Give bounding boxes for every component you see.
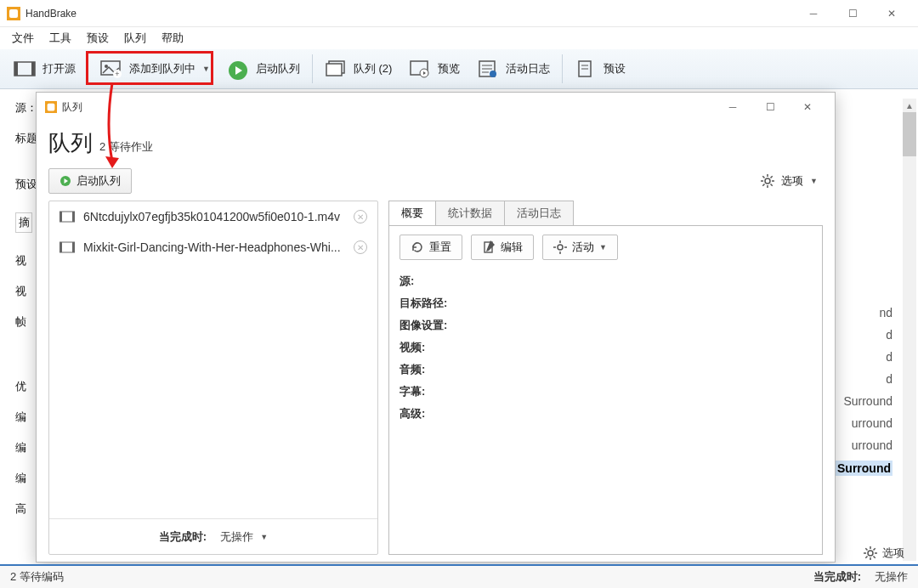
scroll-up-icon[interactable]: ▲ <box>903 99 916 112</box>
activity-log-label: 活动日志 <box>506 61 550 76</box>
status-right: 当完成时: 无操作 <box>813 569 908 585</box>
document-icon <box>575 59 597 78</box>
svg-line-28 <box>874 557 876 558</box>
when-done-value: 无操作 <box>220 529 253 545</box>
detail-actions: 重置 编辑 活动 ▼ <box>400 235 812 260</box>
queue-item[interactable]: 6Ntcdujylx07egfjb35k01041200w5fi0e010-1.… <box>49 201 377 232</box>
queue-header: 队列 2 等待作业 <box>37 122 835 161</box>
peek-text: d <box>886 372 892 386</box>
preview-button[interactable]: 预览 <box>400 56 468 82</box>
bg-summary-tab: 摘 <box>15 212 32 233</box>
scroll-thumb[interactable] <box>903 112 916 156</box>
reset-button[interactable]: 重置 <box>400 235 462 260</box>
svg-line-30 <box>874 548 876 550</box>
queue-item[interactable]: Mixkit-Girl-Dancing-With-Her-Headphones-… <box>49 232 377 263</box>
menu-tools[interactable]: 工具 <box>42 28 78 48</box>
svg-rect-4 <box>31 62 35 76</box>
preview-icon <box>409 59 431 78</box>
svg-rect-11 <box>326 64 342 76</box>
queue-item-filename: Mixkit-Girl-Dancing-With-Her-Headphones-… <box>83 240 345 254</box>
tab-stats[interactable]: 统计数据 <box>435 201 505 225</box>
app-title: HandBrake <box>26 8 794 20</box>
edit-button[interactable]: 编辑 <box>471 235 534 260</box>
edit-label: 编辑 <box>501 240 523 255</box>
activity-button[interactable]: 活动 ▼ <box>542 235 618 260</box>
field-audio: 音频: <box>400 362 812 377</box>
field-subs: 字幕: <box>400 384 812 399</box>
window-controls: ─ ☐ ✕ <box>794 1 911 26</box>
peek-text: d <box>886 328 892 342</box>
queue-minimize-button[interactable]: ─ <box>714 95 751 119</box>
film-icon <box>14 59 36 78</box>
svg-text:+: + <box>115 70 119 78</box>
queue-options-button[interactable]: 选项 ▼ <box>756 172 823 190</box>
queue-start-button[interactable]: 启动队列 <box>48 168 132 194</box>
queue-app-icon <box>45 101 57 113</box>
svg-line-41 <box>762 184 764 186</box>
queue-titlebar: 队列 ─ ☐ ✕ <box>37 93 835 122</box>
queue-body: 6Ntcdujylx07egfjb35k01041200w5fi0e010-1.… <box>37 201 835 562</box>
menu-help[interactable]: 帮助 <box>155 28 190 48</box>
dropdown-caret-icon: ▼ <box>599 243 607 252</box>
presets-label: 预设 <box>604 61 626 76</box>
scrollbar[interactable]: ▲ <box>903 99 916 561</box>
queue-count-label: 队列 (2) <box>354 61 393 76</box>
film-icon <box>60 211 75 223</box>
minimize-button[interactable]: ─ <box>794 1 833 26</box>
status-pending: 2 等待编码 <box>10 569 64 585</box>
gear-icon <box>761 174 774 188</box>
dropdown-caret-icon: ▼ <box>202 65 210 73</box>
options-button-bg[interactable]: 选项 <box>864 546 904 561</box>
queue-list-items: 6Ntcdujylx07egfjb35k01041200w5fi0e010-1.… <box>49 201 377 518</box>
field-video: 视频: <box>400 340 812 355</box>
activity-log-button[interactable]: 活动日志 <box>468 56 558 82</box>
add-to-queue-button[interactable]: + 添加到队列中 ▼ <box>92 56 218 82</box>
detail-panel: 重置 编辑 活动 ▼ 源: 目标路径: 图像设置: 视频: 音频: <box>388 225 823 555</box>
svg-rect-3 <box>14 62 18 76</box>
reset-label: 重置 <box>429 240 451 255</box>
svg-point-34 <box>765 178 770 184</box>
dropdown-caret-icon: ▼ <box>810 177 818 185</box>
queue-list-footer: 当完成时: 无操作 ▼ <box>49 518 377 554</box>
field-adv: 高级: <box>400 406 812 421</box>
dropdown-caret-icon: ▼ <box>260 533 268 541</box>
background-right-peek: nd d d d Surround urround urround Surrou… <box>836 306 892 476</box>
bg-preset-label: 预设 <box>15 177 37 192</box>
tab-summary[interactable]: 概要 <box>388 201 436 225</box>
gear-icon <box>864 546 877 560</box>
remove-item-button[interactable]: ✕ <box>354 240 367 254</box>
svg-line-42 <box>771 176 773 178</box>
main-titlebar: HandBrake ─ ☐ ✕ <box>0 0 918 27</box>
peek-text: Surround <box>843 394 892 408</box>
queue-maximize-button[interactable]: ☐ <box>751 95 789 119</box>
close-button[interactable]: ✕ <box>872 1 911 26</box>
menu-file[interactable]: 文件 <box>5 28 41 48</box>
options-label: 选项 <box>882 546 904 561</box>
maximize-button[interactable]: ☐ <box>833 1 872 26</box>
background-labels: 源： 标题 预设 摘 视 视 帧 优 编 编 编 高 保存 <box>15 100 37 581</box>
svg-line-27 <box>865 548 867 550</box>
start-queue-button[interactable]: 启动队列 <box>218 56 309 82</box>
field-picture: 图像设置: <box>400 318 812 333</box>
open-source-button[interactable]: 打开源 <box>5 56 84 82</box>
gear-icon <box>553 240 567 254</box>
presets-button[interactable]: 预设 <box>566 56 634 82</box>
separator <box>312 54 313 83</box>
tab-log[interactable]: 活动日志 <box>504 201 574 225</box>
menu-queue[interactable]: 队列 <box>117 28 153 48</box>
svg-rect-48 <box>72 242 75 252</box>
queue-button[interactable]: 队列 (2) <box>316 56 401 82</box>
svg-rect-44 <box>60 212 62 222</box>
status-when-done-value: 无操作 <box>875 569 908 585</box>
preview-label: 预览 <box>438 61 460 76</box>
when-done-select[interactable]: 无操作 ▼ <box>220 529 268 545</box>
bg-title-label: 标题 <box>15 131 37 146</box>
when-done-label: 当完成时: <box>159 529 207 545</box>
queue-close-button[interactable]: ✕ <box>789 95 826 119</box>
remove-item-button[interactable]: ✕ <box>354 210 367 223</box>
queue-heading-sub: 2 等待作业 <box>99 139 153 158</box>
menu-presets[interactable]: 预设 <box>80 28 116 48</box>
bg-opt-label: 优 <box>15 379 37 394</box>
peek-text: nd <box>879 306 892 319</box>
field-dest: 目标路径: <box>400 296 812 311</box>
